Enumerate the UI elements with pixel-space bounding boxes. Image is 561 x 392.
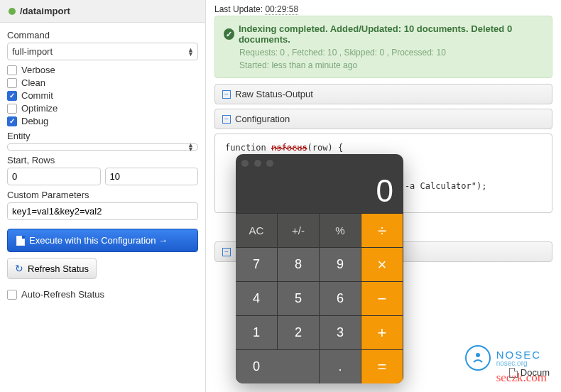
started-value: less than a minute ago [271, 60, 357, 70]
status-success-box: ✓ Indexing completed. Added/Updated: 10 … [214, 16, 552, 78]
calc-subtract-button[interactable]: − [361, 281, 403, 315]
traffic-light-icon [266, 160, 273, 167]
success-message: Indexing completed. Added/Updated: 10 do… [239, 23, 543, 45]
calc-key-1[interactable]: 1 [236, 315, 278, 349]
calculator-window[interactable]: 0 AC +/- % ÷ 7 8 9 × 4 5 6 − 1 2 3 + 0 .… [236, 154, 403, 383]
entity-select[interactable] [7, 143, 198, 151]
minus-square-icon: − [222, 115, 231, 124]
code-text: function [225, 143, 271, 153]
traffic-light-icon [241, 160, 249, 167]
checkbox-debug[interactable]: Debug [7, 116, 198, 126]
calculator-display: 0 [236, 173, 403, 213]
section-title: Raw Status-Output [235, 89, 313, 99]
execute-button[interactable]: Execute with this Configuration → [7, 229, 198, 252]
auto-refresh-toggle[interactable]: Auto-Refresh Status [7, 289, 198, 300]
section-title: Configuration [235, 114, 290, 124]
calc-key-3[interactable]: 3 [320, 315, 361, 349]
calc-negate-button[interactable]: +/- [278, 213, 320, 247]
checkbox-commit[interactable]: Commit [7, 90, 198, 101]
custom-params-input[interactable] [7, 202, 198, 220]
checkbox-icon [7, 91, 17, 101]
calc-key-8[interactable]: 8 [278, 247, 320, 281]
checkbox-icon [7, 116, 17, 126]
code-text: -a Calculator"); [405, 181, 487, 191]
calc-add-button[interactable]: + [361, 315, 403, 349]
brand-title: NOSEC [496, 349, 541, 360]
calc-clear-button[interactable]: AC [236, 213, 278, 247]
check-circle-icon: ✓ [224, 28, 234, 40]
calc-key-5[interactable]: 5 [278, 281, 320, 315]
checkbox-label: Clean [21, 77, 45, 88]
last-update-row: Last Update: 00:29:58 [206, 0, 561, 16]
checkbox-clean[interactable]: Clean [7, 77, 198, 88]
brand-sub: nosec.org [496, 360, 541, 367]
checkbox-icon [7, 104, 17, 114]
calc-percent-button[interactable]: % [320, 213, 361, 247]
raw-status-section[interactable]: − Raw Status-Output [214, 84, 552, 104]
last-update-label: Last Update: [214, 4, 263, 14]
calc-key-decimal[interactable]: . [320, 349, 361, 383]
brand-badge: NOSEC nosec.org [465, 345, 541, 371]
document-icon [16, 236, 25, 246]
code-error: nsfocus [271, 143, 307, 153]
execute-button-label: Execute with this Configuration → [29, 235, 168, 246]
checkbox-icon [7, 65, 17, 75]
checkbox-icon [7, 290, 17, 300]
checkbox-label: Verbose [21, 65, 55, 75]
status-dot [9, 8, 16, 15]
title-text: /dataimport [20, 6, 70, 16]
svg-point-0 [476, 353, 480, 357]
calc-key-6[interactable]: 6 [320, 281, 361, 315]
last-update-time: 00:29:58 [265, 4, 298, 15]
checkbox-label: Optimize [21, 103, 58, 114]
calculator-titlebar[interactable] [236, 154, 403, 173]
calc-key-7[interactable]: 7 [236, 247, 278, 281]
calc-multiply-button[interactable]: × [361, 247, 403, 281]
checkbox-optimize[interactable]: Optimize [7, 103, 198, 114]
calc-equals-button[interactable]: = [361, 349, 403, 383]
refresh-status-button[interactable]: ↻ Refresh Status [7, 258, 97, 279]
calc-key-0[interactable]: 0 [236, 349, 320, 383]
checkbox-label: Commit [21, 90, 53, 101]
entity-label: Entity [7, 131, 198, 141]
checkbox-label: Debug [21, 116, 48, 126]
command-label: Command [7, 30, 198, 40]
start-rows-label: Start, Rows [7, 155, 198, 165]
start-input[interactable] [7, 168, 101, 185]
auto-refresh-label: Auto-Refresh Status [21, 289, 104, 300]
checkbox-verbose[interactable]: Verbose [7, 65, 198, 75]
configuration-section[interactable]: − Configuration [214, 109, 552, 129]
page-title: /dataimport [0, 0, 205, 23]
minus-square-icon: − [222, 248, 231, 256]
calc-key-4[interactable]: 4 [236, 281, 278, 315]
calc-key-9[interactable]: 9 [320, 247, 361, 281]
calc-divide-button[interactable]: ÷ [361, 213, 403, 247]
checkbox-icon [7, 78, 17, 88]
custom-params-label: Custom Parameters [7, 190, 198, 200]
stats-line: Requests: 0 , Fetched: 10 , Skipped: 0 ,… [239, 48, 543, 58]
calc-key-2[interactable]: 2 [278, 315, 320, 349]
brand-logo-icon [465, 345, 491, 371]
traffic-light-icon [254, 160, 261, 167]
rows-input[interactable] [105, 168, 199, 185]
code-text: (row) { [307, 143, 344, 153]
started-label: Started: [239, 60, 269, 70]
refresh-status-label: Refresh Status [28, 263, 89, 274]
minus-square-icon: − [222, 90, 231, 99]
refresh-icon: ↻ [15, 263, 23, 274]
command-select[interactable]: full-import [7, 43, 198, 60]
brand-url: seczk.com [496, 371, 547, 385]
